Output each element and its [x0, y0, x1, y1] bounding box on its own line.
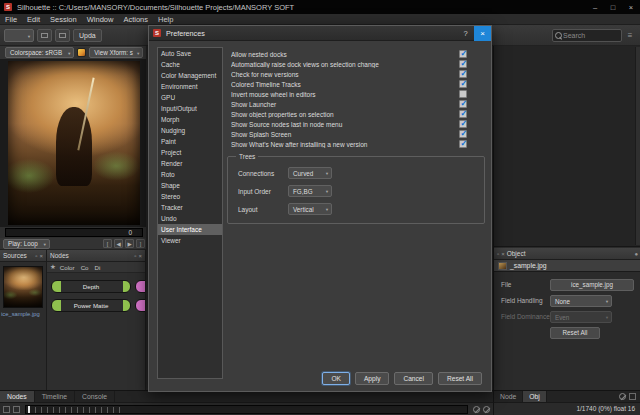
preferences-category-morph[interactable]: Morph [158, 114, 222, 125]
minimize-button[interactable]: – [586, 0, 604, 14]
source-thumbnail[interactable] [3, 266, 43, 308]
viewer[interactable] [0, 59, 148, 227]
dialog-button-ok[interactable]: OK [322, 372, 350, 385]
play-mode-dropdown[interactable]: Play: Loop [3, 239, 50, 249]
preferences-category-nudging[interactable]: Nudging [158, 125, 222, 136]
option-label: Show Launcher [231, 101, 459, 108]
node-pill-partial[interactable] [135, 280, 146, 293]
node-pill[interactable]: Depth [51, 280, 131, 293]
preferences-category-paint[interactable]: Paint [158, 136, 222, 147]
preferences-category-color-management[interactable]: Color Management [158, 70, 222, 81]
crossed-circle-icon[interactable] [483, 406, 490, 413]
menu-file[interactable]: File [0, 14, 22, 25]
close-panel-icon[interactable]: × [501, 251, 505, 257]
float-panel-icon[interactable]: ▫ [134, 253, 136, 259]
checkbox[interactable] [459, 70, 467, 78]
node-filter-co[interactable]: Co [81, 264, 89, 271]
dialog-close-button[interactable]: × [474, 26, 491, 41]
status-icon[interactable] [3, 406, 10, 413]
favorites-icon[interactable]: ★ [50, 263, 56, 271]
checkbox[interactable] [459, 50, 467, 58]
color-wheel-icon[interactable] [77, 48, 86, 57]
checkbox[interactable] [459, 110, 467, 118]
tool-preset-dropdown[interactable] [4, 29, 34, 42]
colorspace-dropdown[interactable]: Colorspace: sRGB [5, 47, 74, 58]
close-panel-icon[interactable]: × [138, 253, 142, 259]
preferences-category-project[interactable]: Project [158, 147, 222, 158]
tab-obj[interactable]: Obj [523, 391, 547, 402]
status-icon[interactable] [13, 406, 20, 413]
field-handling-dropdown[interactable]: None [550, 295, 612, 307]
checkbox[interactable] [459, 140, 467, 148]
float-panel-icon[interactable]: ▫ [35, 253, 37, 259]
preferences-category-undo[interactable]: Undo [158, 213, 222, 224]
field-dropdown[interactable]: FG,BG [288, 185, 332, 197]
preferences-category-auto-save[interactable]: Auto Save [158, 48, 222, 59]
toolbar-icon[interactable] [55, 29, 70, 42]
close-panel-icon[interactable]: × [39, 253, 43, 259]
field-dropdown[interactable]: Curved [288, 167, 332, 179]
preferences-category-cache[interactable]: Cache [158, 59, 222, 70]
object-item[interactable]: _sample.jpg [494, 260, 640, 272]
preferences-category-roto[interactable]: Roto [158, 169, 222, 180]
preferences-category-stereo[interactable]: Stereo [158, 191, 222, 202]
tab-timeline[interactable]: Timeline [35, 391, 75, 402]
menu-session[interactable]: Session [45, 14, 82, 25]
play-icon[interactable]: ▶ [125, 239, 134, 248]
pin-icon[interactable]: ● [634, 251, 638, 257]
preferences-category-tracker[interactable]: Tracker [158, 202, 222, 213]
dialog-button-cancel[interactable]: Cancel [394, 372, 433, 385]
close-button[interactable]: × [622, 0, 640, 14]
dialog-button-reset-all[interactable]: Reset All [438, 372, 482, 385]
view-xform-dropdown[interactable]: View Xform: s [89, 47, 143, 58]
scrollbar[interactable] [635, 47, 640, 245]
playhead[interactable] [28, 406, 30, 413]
preferences-category-environment[interactable]: Environment [158, 81, 222, 92]
option-label: Show Source nodes last in node menu [231, 121, 459, 128]
checkbox[interactable] [459, 130, 467, 138]
preferences-category-viewer[interactable]: Viewer [158, 235, 222, 246]
node-filter-color[interactable]: Color [60, 264, 75, 271]
node-pill[interactable]: Power Matte [51, 299, 131, 312]
menu-window[interactable]: Window [82, 14, 119, 25]
node-pill-partial[interactable] [135, 299, 146, 312]
toolbar-icon[interactable] [37, 29, 52, 42]
panel-options-icon[interactable] [629, 393, 636, 400]
search-input[interactable] [563, 32, 619, 39]
update-button[interactable]: Upda [73, 29, 102, 42]
reset-all-button[interactable]: Reset All [550, 327, 600, 339]
checkbox[interactable] [459, 120, 467, 128]
crossed-circle-icon[interactable] [619, 393, 626, 400]
maximize-button[interactable]: □ [604, 0, 622, 14]
node-filter-di[interactable]: Di [95, 264, 101, 271]
dialog-button-apply[interactable]: Apply [355, 372, 390, 385]
session-tree[interactable] [494, 46, 640, 247]
frame-field[interactable]: 0 [5, 228, 143, 237]
step-back-icon[interactable]: ◀ [114, 239, 123, 248]
help-button[interactable]: ? [457, 26, 474, 41]
float-panel-icon[interactable]: ▫ [497, 251, 499, 257]
checkbox[interactable] [459, 60, 467, 68]
timeline-scrubber[interactable] [25, 405, 468, 414]
checkbox[interactable] [459, 80, 467, 88]
crossed-circle-icon[interactable] [473, 406, 480, 413]
range-end-icon[interactable]: ] [136, 239, 145, 248]
preferences-category-user-interface[interactable]: User Interface [158, 224, 222, 235]
tab-node[interactable]: Node [494, 391, 523, 402]
preferences-category-shape[interactable]: Shape [158, 180, 222, 191]
viewer-image[interactable] [8, 61, 140, 225]
checkbox[interactable] [459, 90, 467, 98]
menu-edit[interactable]: Edit [22, 14, 45, 25]
preferences-category-gpu[interactable]: GPU [158, 92, 222, 103]
preferences-category-input-output[interactable]: Input/Output [158, 103, 222, 114]
menu-icon[interactable]: ≡ [625, 31, 635, 40]
range-start-icon[interactable]: [ [103, 239, 112, 248]
checkbox[interactable] [459, 100, 467, 108]
preferences-category-render[interactable]: Render [158, 158, 222, 169]
menu-actions[interactable]: Actions [118, 14, 153, 25]
menu-help[interactable]: Help [153, 14, 178, 25]
file-button[interactable]: ice_sample.jpg [550, 279, 634, 291]
tab-nodes[interactable]: Nodes [0, 391, 35, 402]
tab-console[interactable]: Console [75, 391, 115, 402]
field-dropdown[interactable]: Vertical [288, 203, 332, 215]
